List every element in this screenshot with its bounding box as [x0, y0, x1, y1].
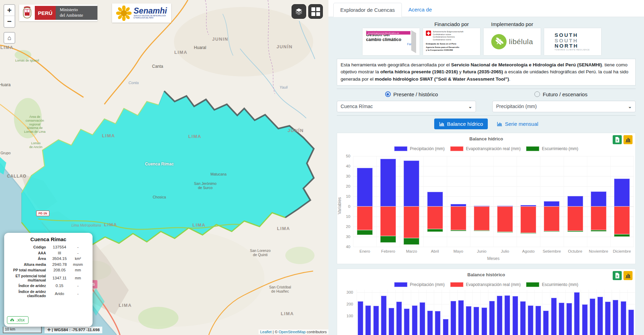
selectors-row: Cuenca Rímac ⌄ Precipitación (mm) ⌄ — [337, 101, 636, 112]
y-axis-tick: 20 — [346, 184, 350, 188]
swiss-flag-icon — [426, 31, 431, 36]
precipitation-bar — [427, 311, 433, 335]
home-button[interactable]: ⌂ — [3, 32, 15, 44]
precipitation-bar — [389, 308, 394, 335]
precipitation-bar — [528, 305, 533, 335]
balance-hidrico-label: Balance hídrico — [447, 121, 483, 127]
precipitation-bar — [520, 301, 526, 335]
variable-select[interactable]: Precipitación (mm) ⌄ — [492, 101, 636, 112]
app: LIMAHuaraHuaralJUNINJUNÍNLIMACantaContaY… — [0, 0, 644, 335]
desc-bold-swat: modelo hidrológico SWAT ("Soil & Water A… — [375, 76, 509, 82]
suiza-line4: Confederaziun svizra — [433, 39, 463, 41]
precipitation-bar — [373, 306, 379, 335]
export-xlsx-button[interactable]: X — [613, 271, 622, 280]
gridline-vertical — [496, 290, 496, 335]
gridline-vertical — [434, 290, 434, 335]
x-axis-label: Abril — [431, 249, 439, 253]
precipitation-bar — [597, 297, 603, 335]
desc-text: . — [509, 76, 510, 82]
legend-swatch — [526, 146, 539, 151]
coordinates-display: ✛ | WGS84 : -75.977 -11.698 — [45, 327, 102, 333]
legend-label: Precipitación (mm) — [410, 282, 445, 287]
grid-icon — [311, 7, 320, 16]
svg-text:X: X — [616, 139, 618, 142]
svg-text:X: X — [616, 275, 618, 278]
export-chart-button[interactable] — [623, 135, 633, 144]
legend-label: Precipitación (mm) — [410, 146, 445, 151]
basin-select[interactable]: Cuenca Rímac ⌄ — [337, 101, 476, 112]
precipitation-bar — [451, 204, 466, 206]
precipitation-bar — [427, 192, 443, 206]
y-axis-tick: 40 — [346, 164, 350, 168]
precipitation-bar — [605, 302, 611, 335]
y-axis-tick: 20 — [346, 224, 350, 229]
tab-explorador-de-cuencas[interactable]: Explorador de Cuencas — [333, 3, 402, 17]
senamhi-subtitle-2: E HIDROLOGÍA DEL PERÚ — [134, 17, 167, 19]
precipitation-bar — [358, 301, 363, 335]
map-canvas[interactable]: LIMAHuaraHuaralJUNINJUNÍNLIMACantaContaY… — [0, 0, 328, 335]
basemap-grid-button[interactable] — [308, 4, 323, 19]
gridline-vertical — [380, 290, 380, 335]
tab-acerca-de[interactable]: Acerca de — [402, 3, 439, 17]
download-xlsx-button[interactable]: .xlsx — [7, 316, 29, 324]
legend-swatch — [450, 282, 463, 287]
legend-item[interactable]: Escurrimiento (mm) — [526, 282, 578, 287]
gridline-vertical — [542, 290, 542, 335]
serie-mensual-button[interactable]: Serie mensual — [497, 121, 538, 127]
legend-item[interactable]: Precipitación (mm) — [394, 282, 445, 287]
peru-wordmark: PERÚ — [35, 6, 56, 20]
precipitation-bar — [543, 311, 549, 335]
senamhi-wordmark: Senamhi — [134, 7, 167, 15]
zoom-in-button[interactable]: + — [3, 4, 15, 16]
desc-text: y — [458, 69, 463, 74]
senamhi-sunflower-icon — [116, 6, 132, 21]
legend-item[interactable]: Evapotranspiración real (mm) — [450, 146, 520, 151]
suiza-line3: Confederazione Svizzera — [433, 36, 463, 39]
x-axis-label: Agosto — [522, 249, 535, 253]
leaflet-link[interactable]: Leaflet — [260, 330, 272, 334]
tool-description: Esta herramienta web geográfica desarrol… — [337, 59, 636, 85]
ssn-tagline: TOWARDS CLIMATE RESILIENCE — [555, 49, 590, 51]
suiza-embassy: Embajada de Suiza en el Perú — [426, 42, 456, 45]
legend-item[interactable]: Escurrimiento (mm) — [526, 146, 578, 151]
runoff-bar — [591, 230, 606, 231]
desc-bold-presente: oferta hídrica presente (1981-2016) — [380, 69, 458, 74]
evapotranspiration-bar — [451, 206, 466, 230]
gridline-vertical — [353, 156, 353, 247]
scenario-radio-group: Presente / histórico Futuro / escenarios — [337, 91, 636, 97]
gridline-vertical — [610, 156, 611, 247]
runoff-bar — [614, 234, 630, 237]
precipitation-bar — [591, 191, 606, 206]
layers-button[interactable] — [292, 4, 306, 19]
evapotranspiration-bar — [404, 206, 419, 238]
precipitation-bar — [380, 159, 396, 206]
excel-file-icon: X — [614, 272, 620, 279]
balance-hidrico-button[interactable]: Balance hídrico — [434, 119, 488, 129]
radio-futuro-escenarios[interactable] — [534, 91, 540, 97]
legend-swatch — [450, 146, 463, 151]
gridline-vertical — [426, 290, 427, 335]
desc-bold-futura: futura (2035-2065) — [463, 69, 503, 74]
legend-swatch — [526, 282, 539, 287]
legend-label: Escurrimiento (mm) — [542, 146, 578, 151]
legend-item[interactable]: Evapotranspiración real (mm) — [450, 282, 520, 287]
center-crosshair-icon[interactable]: ✛ — [47, 328, 51, 332]
legend-item[interactable]: Precipitación (mm) — [394, 146, 445, 151]
x-axis-label: Noviembre — [589, 249, 608, 253]
gridline-vertical — [400, 156, 400, 247]
attribute-label: Altura media — [7, 262, 49, 267]
export-chart-button[interactable] — [623, 271, 633, 280]
tab-bar: Explorador de Cuencas Acerca de — [328, 0, 644, 17]
export-xlsx-button[interactable]: X — [613, 135, 622, 144]
zoom-out-button[interactable]: − — [3, 16, 15, 28]
precipitation-bar — [559, 303, 564, 335]
basin-info-popup: Cuenca Rímac Código137554-AAAIII-Área350… — [4, 233, 93, 327]
attribute-label: ET potencial total multianual — [7, 274, 49, 282]
radio-presente-historico[interactable] — [385, 91, 391, 97]
precipitation-bar — [544, 201, 559, 206]
x-axis-label: Diciembre — [613, 249, 631, 253]
evapotranspiration-bar — [520, 206, 536, 233]
osm-link[interactable]: OpenStreetMap — [279, 330, 306, 334]
popup-attribute-row: ET potencial total multianual1347.11mm — [7, 274, 90, 282]
popup-attribute-row: PP total multianual208.05mm — [7, 268, 90, 272]
